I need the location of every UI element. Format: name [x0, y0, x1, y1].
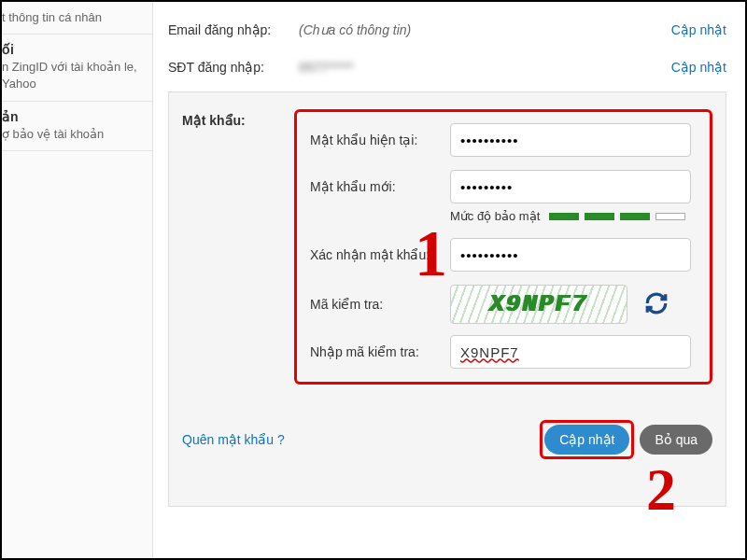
captcha-input-label: Nhập mã kiểm tra: — [310, 344, 450, 359]
sidebar-item-security[interactable]: ản ợ bảo vệ tài khoản — [2, 102, 152, 151]
captcha-input-value: X9NPF7 — [460, 344, 519, 360]
email-label: Email đăng nhập: — [168, 22, 299, 37]
skip-button[interactable]: Bỏ qua — [640, 425, 712, 455]
sidebar-item-desc: t thông tin cá nhân — [2, 9, 143, 26]
current-password-row: Mật khẩu hiện tại: — [310, 123, 691, 157]
password-form-highlight: Mật khẩu hiện tại: Mật khẩu mới: Mức độ … — [294, 109, 712, 385]
email-login-row: Email đăng nhập: (Chưa có thông tin) Cập… — [168, 11, 726, 49]
submit-button[interactable]: Cập nhật — [544, 425, 629, 455]
refresh-icon — [644, 291, 669, 315]
captcha-label: Mã kiểm tra: — [310, 297, 450, 312]
new-password-input[interactable] — [450, 170, 691, 203]
captcha-refresh-button[interactable] — [644, 291, 669, 318]
password-section-title: Mật khẩu: — [182, 113, 246, 128]
captcha-display-row: Mã kiểm tra: X9NPF7 — [310, 285, 691, 324]
strength-bar-4 — [655, 213, 685, 220]
current-password-label: Mật khẩu hiện tại: — [310, 133, 450, 147]
sidebar-item-desc: n ZingID với tài khoản le, Yahoo — [2, 59, 143, 92]
phone-label: SĐT đăng nhập: — [168, 60, 299, 75]
forgot-password-link[interactable]: Quên mật khẩu ? — [182, 432, 285, 447]
sidebar-item-personal-info[interactable]: t thông tin cá nhân — [2, 2, 152, 35]
phone-update-link[interactable]: Cập nhật — [671, 60, 726, 75]
confirm-password-row: Xác nhận mật khẩu: — [310, 238, 691, 272]
captcha-input-row: Nhập mã kiểm tra: X9NPF7 — [310, 335, 691, 369]
captcha-image: X9NPF7 — [450, 285, 627, 324]
strength-bar-3 — [620, 213, 650, 220]
submit-button-highlight: Cập nhật — [540, 420, 634, 459]
current-password-input[interactable] — [450, 123, 691, 157]
phone-login-row: SĐT đăng nhập: 0577***** Cập nhật — [168, 49, 726, 86]
password-change-panel: Mật khẩu: Mật khẩu hiện tại: Mật khẩu mớ… — [168, 91, 726, 507]
strength-bar-2 — [585, 213, 614, 220]
email-value: (Chưa có thông tin) — [299, 22, 652, 37]
captcha-input[interactable]: X9NPF7 — [450, 335, 691, 369]
confirm-password-input[interactable] — [450, 238, 691, 272]
sidebar-item-desc: ợ bảo vệ tài khoản — [2, 126, 143, 143]
sidebar-item-title: ản — [2, 109, 143, 124]
password-strength-row: Mức độ bảo mật — [450, 209, 691, 223]
sidebar-item-title: ối — [2, 42, 143, 57]
email-update-link[interactable]: Cập nhật — [671, 22, 726, 37]
sidebar: t thông tin cá nhân ối n ZingID với tài … — [2, 2, 153, 558]
captcha-text: X9NPF7 — [489, 290, 588, 318]
new-password-label: Mật khẩu mới: — [310, 179, 450, 194]
confirm-password-label: Xác nhận mật khẩu: — [310, 247, 450, 262]
phone-value: 0577***** — [299, 60, 353, 75]
sidebar-item-link-account[interactable]: ối n ZingID với tài khoản le, Yahoo — [2, 35, 152, 101]
main-content: Email đăng nhập: (Chưa có thông tin) Cập… — [153, 2, 745, 558]
strength-label: Mức độ bảo mật — [450, 209, 540, 223]
new-password-row: Mật khẩu mới: — [310, 170, 691, 203]
strength-bar-1 — [549, 213, 579, 220]
actions-row: Quên mật khẩu ? Cập nhật Bỏ qua — [182, 420, 712, 459]
